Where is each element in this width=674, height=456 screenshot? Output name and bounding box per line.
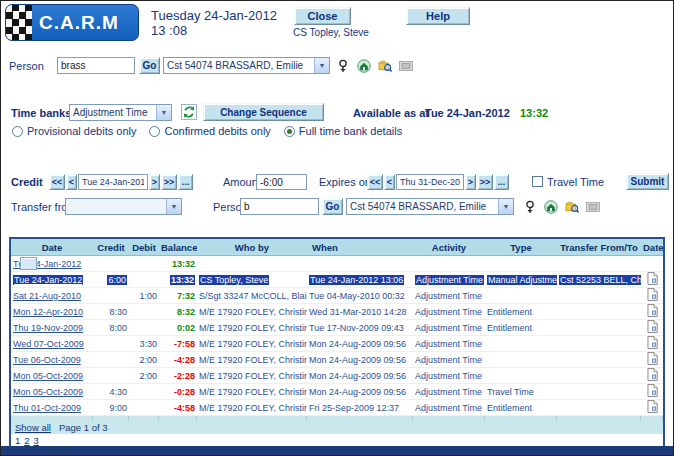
chevron-down-icon[interactable]: ▼ xyxy=(166,199,181,214)
table-row: Sat 21-Aug-20101:007:32S/Sgt 33247 McCOL… xyxy=(11,288,663,304)
date-link[interactable]: Tue 06-Oct-2009 xyxy=(13,355,81,365)
credit-date-picker-button[interactable]: ... xyxy=(178,174,193,190)
amount-input[interactable] xyxy=(256,174,307,190)
cell-balance: -2:28 xyxy=(159,368,197,383)
radio-option-0[interactable]: Provisional debits only xyxy=(12,125,136,137)
time-bank-select[interactable]: Adjustment Time ▼ xyxy=(69,104,172,121)
expires-date-first-button[interactable]: << xyxy=(367,174,383,190)
date-link[interactable]: Tue 24-Jan-2012 xyxy=(13,275,83,285)
date-link[interactable]: Mon 12-Apr-2010 xyxy=(13,307,83,317)
refresh-icon[interactable] xyxy=(181,104,197,120)
change-sequence-button[interactable]: Change Sequence xyxy=(203,103,324,121)
value: M/E 17920 FOLEY, Christine xyxy=(199,403,307,413)
submit-button[interactable]: Submit xyxy=(626,173,669,190)
chevron-down-icon[interactable]: ▼ xyxy=(498,199,513,214)
page-info: Page 1 of 3 xyxy=(59,422,108,433)
credit-date-last-button[interactable]: >> xyxy=(161,174,177,190)
logo-title: C.A.R.M xyxy=(32,12,119,34)
expires-date-picker-button[interactable]: ... xyxy=(494,174,509,190)
search-folder-icon[interactable] xyxy=(377,58,392,73)
document-icon[interactable] xyxy=(647,272,658,285)
home-icon[interactable] xyxy=(543,199,558,214)
cell-date: Thu 01-Oct-2009 xyxy=(11,400,93,415)
document-icon[interactable] xyxy=(647,400,658,413)
radio-icon[interactable] xyxy=(149,126,160,137)
date-link[interactable]: Thu 19-Nov-2009 xyxy=(13,323,83,333)
cell-type: Travel Time xyxy=(485,384,557,399)
date-link[interactable]: Mon 05-Oct-2009 xyxy=(13,371,83,381)
page-link[interactable]: 2 xyxy=(24,435,29,446)
document-icon[interactable] xyxy=(647,320,658,333)
band-cell xyxy=(557,416,641,421)
document-icon[interactable] xyxy=(647,352,658,365)
transfer-person-input[interactable] xyxy=(240,198,319,215)
value: M/E 17920 FOLEY, Christine xyxy=(199,371,307,381)
column-header: Credit xyxy=(93,239,129,255)
credit-date-prev-button[interactable]: < xyxy=(66,174,77,190)
help-button[interactable]: Help xyxy=(406,7,470,25)
person-search-input[interactable] xyxy=(57,57,135,74)
column-header: Activity xyxy=(413,239,485,255)
radio-icon[interactable] xyxy=(12,126,23,137)
cell-balance: 13:32 xyxy=(159,272,197,287)
transfer-from-select[interactable]: ▼ xyxy=(65,198,182,215)
close-button[interactable]: Close xyxy=(294,7,351,25)
band-cell xyxy=(485,416,557,421)
credit-label: Credit xyxy=(11,176,43,188)
page-link[interactable]: 3 xyxy=(34,435,39,446)
carm-logo: C.A.R.M xyxy=(5,4,139,41)
cell-debit: 1:00 xyxy=(129,288,159,303)
cell-detail xyxy=(641,336,663,351)
value: M/E 17920 FOLEY, Christine xyxy=(199,323,307,333)
credit-date-input[interactable] xyxy=(78,174,148,190)
female-icon[interactable] xyxy=(522,199,537,214)
column-header: Balance xyxy=(159,239,197,255)
transfer-person-go-button[interactable]: Go xyxy=(322,198,343,215)
transfer-person-select[interactable]: Cst 54074 BRASSARD, Emilie ▼ xyxy=(346,198,514,215)
credit-date-next-button[interactable]: > xyxy=(149,174,160,190)
cell-who-by: M/E 17920 FOLEY, Christine xyxy=(197,384,307,399)
document-icon[interactable] xyxy=(647,288,658,301)
band-cell xyxy=(307,416,413,421)
date-link[interactable]: Mon 05-Oct-2009 xyxy=(13,387,83,397)
person-select[interactable]: Cst 54074 BRASSARD, Emilie ▼ xyxy=(163,57,330,74)
home-icon[interactable] xyxy=(356,58,371,73)
cell-who-by: M/E 17920 FOLEY, Christine xyxy=(197,336,307,351)
value: Adjustment Time xyxy=(415,387,482,397)
date-link[interactable]: Thu 01-Oct-2009 xyxy=(13,403,81,413)
date-link[interactable]: Sat 21-Aug-2010 xyxy=(13,291,81,301)
document-icon[interactable] xyxy=(647,304,658,317)
cell-detail xyxy=(641,256,663,271)
radio-option-2[interactable]: Full time bank details xyxy=(284,125,402,137)
show-all-link[interactable]: Show all xyxy=(15,422,51,433)
expires-on-label: Expires on xyxy=(319,176,371,188)
expires-date-last-button[interactable]: >> xyxy=(477,174,493,190)
female-icon[interactable] xyxy=(335,58,350,73)
search-folder-icon[interactable] xyxy=(564,199,579,214)
value: Tue 24-Jan-2012 13:06 xyxy=(309,275,404,285)
radio-option-1[interactable]: Confirmed debits only xyxy=(149,125,270,137)
expires-date-prev-button[interactable]: < xyxy=(384,174,395,190)
band-cell xyxy=(159,416,197,421)
cell-transfer: Cst 52253 BELL, Chris xyxy=(557,272,641,287)
value: 3:30 xyxy=(139,339,157,349)
document-icon[interactable] xyxy=(647,336,658,349)
chevron-down-icon[interactable]: ▼ xyxy=(156,105,171,120)
value: Mon 24-Aug-2009 09:56 xyxy=(309,355,406,365)
person-go-button[interactable]: Go xyxy=(139,57,160,74)
cell-when: Tue 24-Jan-2012 13:06 xyxy=(307,272,413,287)
table-row: Thu 19-Nov-20098:000:02M/E 17920 FOLEY, … xyxy=(11,320,663,336)
date-link[interactable]: Wed 07-Oct-2009 xyxy=(13,339,84,349)
cell-who-by: M/E 17920 FOLEY, Christine xyxy=(197,400,307,415)
travel-time-checkbox[interactable] xyxy=(532,176,543,187)
document-icon[interactable] xyxy=(647,384,658,397)
chevron-down-icon[interactable]: ▼ xyxy=(314,58,329,73)
document-icon[interactable] xyxy=(647,368,658,381)
radio-icon[interactable] xyxy=(284,126,295,137)
cell-who-by: CS Topley, Steve xyxy=(197,272,307,287)
credit-date-first-button[interactable]: << xyxy=(49,174,65,190)
cell-activity xyxy=(413,256,485,271)
expires-date-input[interactable] xyxy=(396,174,464,190)
expires-date-next-button[interactable]: > xyxy=(465,174,476,190)
value: 1:00 xyxy=(139,291,157,301)
